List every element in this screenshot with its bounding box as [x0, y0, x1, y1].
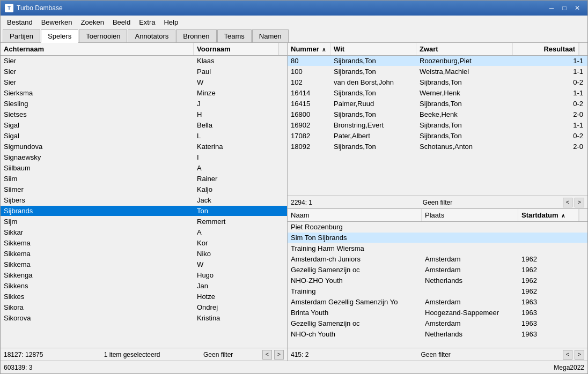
bottom-nav-prev[interactable]: <: [563, 350, 572, 360]
toernooien-table-row[interactable]: Piet Roozenburg: [288, 222, 587, 233]
minimize-button[interactable]: ─: [546, 3, 557, 13]
menu-zoeken[interactable]: Zoeken: [77, 17, 108, 27]
header-wit[interactable]: Wit: [330, 43, 416, 55]
spelers-table-body[interactable]: Sier Klaas Sier Paul Sier W Sierksma Min…: [1, 56, 287, 348]
partijen-table-row[interactable]: 102 van den Borst,John Sijbrands,Ton 0-2: [288, 77, 587, 88]
partijen-table-row[interactable]: 16414 Sijbrands,Ton Werner,Henk 1-1: [288, 88, 587, 99]
cell-plaats: Amsterdam: [422, 265, 518, 275]
partijen-table-row[interactable]: 17082 Pater,Albert Sijbrands,Ton 0-2: [288, 131, 587, 141]
left-table-row[interactable]: Sier Klaas: [1, 56, 287, 66]
cell-voornaam: Minze: [194, 88, 287, 98]
bottom-nav-next[interactable]: >: [575, 350, 584, 360]
left-table-row[interactable]: Sijbers Jack: [1, 195, 287, 206]
main-content: Achternaam Voornaam Sier Klaas Sier Paul…: [1, 43, 587, 361]
toernooien-table-row[interactable]: Amsterdam Gezellig Samenzijn Yo Amsterda…: [288, 297, 587, 308]
toernooien-table-row[interactable]: Training 1962: [288, 286, 587, 297]
toernooien-table-row[interactable]: Gezellig Samenzijn oc Amsterdam 1963: [288, 318, 587, 329]
left-table-row[interactable]: Sikkes Hotze: [1, 291, 287, 302]
tab-bronnen[interactable]: Bronnen: [176, 29, 216, 42]
cell-voornaam: Kristina: [194, 313, 287, 323]
left-table-row[interactable]: Sigal Bella: [1, 120, 287, 131]
tab-partijen[interactable]: Partijen: [3, 29, 40, 42]
scrollbar-spacer: [278, 43, 287, 55]
left-table-row[interactable]: Sikkema Kor: [1, 238, 287, 249]
left-table-row[interactable]: Siim Rainer: [1, 174, 287, 184]
left-table-row[interactable]: Sikkema Niko: [1, 249, 287, 259]
left-nav-prev[interactable]: <: [262, 350, 272, 360]
header-nummer[interactable]: Nummer ∧: [288, 43, 330, 55]
header-zwart[interactable]: Zwart: [416, 43, 513, 55]
header-naam[interactable]: Naam: [288, 209, 422, 221]
right-top-nav-prev[interactable]: <: [563, 198, 572, 207]
left-table-row[interactable]: Sijbrands Ton: [1, 206, 287, 216]
menu-help[interactable]: Help: [159, 17, 182, 27]
cell-achternaam: Sigal: [1, 131, 194, 141]
header-startdatum[interactable]: Startdatum ∧: [518, 209, 579, 221]
right-top-count: 2294: 1: [291, 199, 312, 206]
cell-achternaam: Sierksma: [1, 88, 194, 98]
partijen-table-row[interactable]: 16902 Bronstring,Evert Sijbrands,Ton 1-1: [288, 120, 587, 131]
left-table-row[interactable]: Siesling J: [1, 99, 287, 109]
toernooien-table-header: Naam Plaats Startdatum ∧: [288, 209, 587, 222]
partijen-table-row[interactable]: 18092 Sijbrands,Ton Schotanus,Anton 2-0: [288, 141, 587, 152]
partijen-table-row[interactable]: 100 Sijbrands,Ton Weistra,Machiel 1-1: [288, 66, 587, 77]
left-table-row[interactable]: Sier W: [1, 77, 287, 88]
tab-annotators[interactable]: Annotators: [128, 29, 175, 42]
cell-resultaat: 0-2: [513, 131, 587, 141]
left-table-row[interactable]: Sikkenga Hugo: [1, 270, 287, 281]
partijen-table-row[interactable]: 16800 Sijbrands,Ton Beeke,Henk 2-0: [288, 109, 587, 120]
cell-startdatum: 1963: [518, 297, 587, 307]
left-table-row[interactable]: Siilbaum A: [1, 163, 287, 174]
left-table-row[interactable]: Signaewsky I: [1, 152, 287, 163]
cell-wit: Sijbrands,Ton: [330, 141, 416, 152]
menu-extra[interactable]: Extra: [135, 17, 159, 27]
partijen-table-row[interactable]: 80 Sijbrands,Ton Roozenburg,Piet 1-1: [288, 56, 587, 66]
maximize-button[interactable]: □: [558, 3, 570, 13]
cell-zwart: Sijbrands,Ton: [416, 120, 513, 130]
header-plaats[interactable]: Plaats: [422, 209, 518, 221]
tab-toernooien[interactable]: Toernooien: [79, 29, 127, 42]
toernooien-table-row[interactable]: Training Harm Wiersma: [288, 243, 587, 254]
header-achternaam[interactable]: Achternaam: [1, 43, 194, 55]
left-table-row[interactable]: Sierksma Minze: [1, 88, 287, 99]
close-button[interactable]: ✕: [571, 3, 583, 13]
left-table-row[interactable]: Sikora Ondrej: [1, 302, 287, 313]
left-table-row[interactable]: Sikkens Jan: [1, 281, 287, 291]
tab-spelers[interactable]: Spelers: [41, 29, 78, 43]
menu-bestand[interactable]: Bestand: [3, 17, 37, 27]
left-table-row[interactable]: Sijm Remmert: [1, 216, 287, 227]
left-table-row[interactable]: Sikkar A: [1, 227, 287, 238]
header-voornaam[interactable]: Voornaam: [194, 43, 278, 55]
left-table-row[interactable]: Siimer Kaljo: [1, 184, 287, 195]
left-table-row[interactable]: Sier Paul: [1, 66, 287, 77]
left-table-row[interactable]: Sikorova Kristina: [1, 313, 287, 324]
toernooien-table-row[interactable]: Gezellig Samenzijn oc Amsterdam 1962: [288, 265, 587, 275]
left-table-row[interactable]: Sigmundova Katerina: [1, 141, 287, 152]
toernooien-table-row[interactable]: Amsterdam-ch Juniors Amsterdam 1962: [288, 254, 587, 265]
toernooien-table-row[interactable]: Sim Ton Sijbrands: [288, 233, 587, 243]
cell-achternaam: Sikora: [1, 302, 194, 312]
left-table-row[interactable]: Sigal L: [1, 131, 287, 141]
tab-namen[interactable]: Namen: [252, 29, 289, 42]
cell-resultaat: 1-1: [513, 88, 587, 98]
cell-voornaam: I: [194, 152, 287, 162]
nummer-sort-icon: ∧: [322, 47, 326, 53]
left-table-row[interactable]: Sikkema W: [1, 259, 287, 270]
toernooien-table-row[interactable]: Brinta Youth Hoogezand-Sappemeer 1963: [288, 308, 587, 318]
menu-bewerken[interactable]: Bewerken: [37, 17, 77, 27]
tab-teams[interactable]: Teams: [217, 29, 252, 42]
left-nav-next[interactable]: >: [274, 350, 284, 360]
right-top-nav-next[interactable]: >: [575, 198, 584, 207]
toernooien-table-row[interactable]: NHO-ch Youth Netherlands 1963: [288, 329, 587, 340]
toernooien-table-body[interactable]: Piet Roozenburg Sim Ton Sijbrands Traini…: [288, 222, 587, 348]
partijen-table-container: Nummer ∧ Wit Zwart Resultaat 80 Sijbrand…: [288, 43, 587, 209]
cell-voornaam: A: [194, 163, 287, 173]
cell-achternaam: Sikkema: [1, 249, 194, 259]
toernooien-table-row[interactable]: NHO-ZHO Youth Netherlands 1962: [288, 275, 587, 286]
menu-beeld[interactable]: Beeld: [108, 17, 135, 27]
left-table-row[interactable]: Sietses H: [1, 109, 287, 120]
partijen-table-body[interactable]: 80 Sijbrands,Ton Roozenburg,Piet 1-1 100…: [288, 56, 587, 196]
cell-naam: Sim Ton Sijbrands: [288, 233, 422, 243]
partijen-table-row[interactable]: 16415 Palmer,Ruud Sijbrands,Ton 0-2: [288, 99, 587, 109]
header-resultaat[interactable]: Resultaat: [513, 43, 579, 55]
